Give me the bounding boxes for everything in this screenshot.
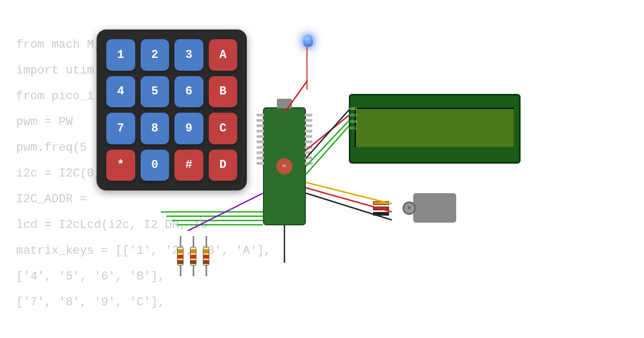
key-2[interactable]: 2 [141, 39, 170, 71]
resistors [177, 236, 209, 276]
servo-pin-gnd [373, 212, 389, 216]
resistor-2 [190, 236, 196, 276]
key-1[interactable]: 1 [106, 39, 135, 71]
pico-pin [305, 130, 312, 133]
pico-pin [305, 119, 312, 122]
resistor-leg [206, 236, 207, 247]
pico-pin [257, 162, 264, 165]
key-*[interactable]: * [106, 150, 135, 181]
led-body [303, 35, 313, 47]
pico-pin [305, 162, 312, 165]
led-anode [306, 47, 308, 90]
keypad: 123A456B789C*0#D [97, 30, 247, 190]
pico-pin [257, 135, 264, 138]
pico-pin [305, 146, 312, 149]
key-#[interactable]: # [174, 150, 203, 181]
key-5[interactable]: 5 [141, 76, 170, 108]
svg-line-2 [306, 115, 349, 150]
pico-usb-port [277, 99, 292, 108]
pico-pin [305, 141, 312, 143]
pico-pin [257, 146, 264, 149]
servo-connector [373, 201, 389, 216]
pico-pin [305, 157, 312, 159]
key-7[interactable]: 7 [106, 113, 135, 144]
lcd-pins: GND VCC SDA SCL [349, 106, 357, 130]
resistor-body [190, 247, 196, 266]
servo-pin-power [373, 207, 389, 210]
pico-pin [257, 124, 264, 127]
resistor-3 [203, 236, 209, 276]
lcd-display: GND VCC SDA SCL [349, 94, 521, 164]
resistor-1 [177, 236, 184, 276]
resistor-leg [193, 236, 194, 247]
resistor-leg [206, 266, 207, 276]
resistor-leg [180, 266, 181, 276]
lcd-pin-gnd: GND [349, 106, 357, 111]
pico-logo: Pi [274, 156, 295, 177]
lcd-pin-sda: SDA [349, 119, 357, 124]
lcd-pin-vcc: VCC [349, 113, 357, 117]
key-3[interactable]: 3 [174, 39, 203, 71]
servo-motor [392, 193, 456, 228]
key-0[interactable]: 0 [141, 150, 170, 181]
led [303, 35, 313, 90]
key-9[interactable]: 9 [174, 113, 203, 144]
svg-line-12 [188, 193, 263, 231]
resistor-leg [193, 266, 194, 276]
pico-pin [305, 114, 312, 116]
pico-pin [257, 119, 264, 122]
pico-left-pins [257, 114, 264, 165]
resistor-body [203, 247, 209, 266]
svg-line-4 [306, 121, 349, 166]
pico-pin [257, 114, 264, 116]
pico-pin [305, 135, 312, 138]
resistor-leg [180, 236, 181, 247]
pico-pin [305, 151, 312, 154]
pico-pin [257, 141, 264, 143]
lcd-pin-scl: SCL [349, 126, 357, 130]
servo-horn [402, 201, 416, 215]
svg-text:Pi: Pi [282, 164, 286, 168]
pico-pin [257, 157, 264, 159]
key-B[interactable]: B [209, 76, 238, 108]
pico-right-pins [305, 114, 312, 165]
key-4[interactable]: 4 [106, 76, 135, 108]
svg-line-3 [306, 110, 349, 158]
pico-pin [305, 124, 312, 127]
svg-line-15 [306, 182, 392, 204]
pico-pin [257, 151, 264, 154]
circuit-diagram: 123A456B789C*0#D Pi [0, 0, 644, 338]
key-C[interactable]: C [209, 113, 238, 144]
raspberry-pi-pico: Pi [263, 107, 306, 225]
resistor-body [177, 247, 184, 266]
servo-body [413, 193, 456, 223]
lcd-screen [355, 108, 515, 148]
servo-pin-signal [373, 201, 389, 205]
key-6[interactable]: 6 [174, 76, 203, 108]
key-8[interactable]: 8 [141, 113, 170, 144]
pico-pin [257, 130, 264, 133]
key-D[interactable]: D [209, 150, 238, 181]
svg-line-5 [306, 126, 349, 174]
key-A[interactable]: A [209, 39, 238, 71]
